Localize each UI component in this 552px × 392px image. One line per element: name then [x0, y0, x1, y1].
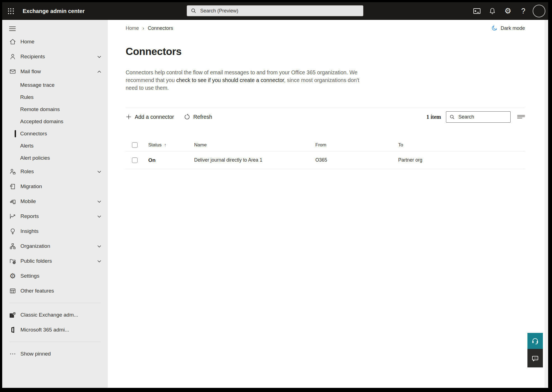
sidebar-item-label: Classic Exchange adm... — [20, 312, 102, 318]
filter-button[interactable] — [517, 114, 525, 120]
dark-mode-toggle[interactable]: Dark mode — [491, 25, 525, 31]
folder-globe-icon — [9, 257, 16, 265]
sidebar-item-microsoft-365[interactable]: Microsoft 365 admi... — [2, 322, 108, 337]
column-header-from[interactable]: From — [315, 142, 398, 148]
migration-icon — [9, 183, 16, 190]
mobile-stats-icon — [9, 198, 16, 205]
sidebar-item-label: Organization — [20, 243, 95, 249]
refresh-icon — [184, 114, 190, 120]
settings-button[interactable]: ⚙ — [500, 2, 516, 20]
sidebar-item-label: Remote domains — [20, 106, 102, 112]
sidebar-item-label: Alert policies — [20, 155, 102, 161]
column-label: Status — [148, 142, 162, 148]
topbar-actions: ⚙ ? — [469, 2, 545, 20]
breadcrumb-home-link[interactable]: Home — [126, 25, 139, 31]
collapse-nav-button[interactable] — [2, 23, 108, 34]
global-search-box[interactable] — [187, 5, 363, 16]
sidebar-item-label: Home — [20, 39, 102, 45]
add-connector-button[interactable]: Add a connector — [126, 114, 174, 120]
sidebar-item-connectors[interactable]: Connectors — [2, 128, 108, 140]
sidebar-item-message-trace[interactable]: Message trace — [2, 79, 108, 91]
org-chart-icon — [9, 243, 16, 250]
sidebar-item-migration[interactable]: Migration — [2, 179, 108, 194]
item-count: 1 item — [426, 114, 441, 120]
sidebar-item-label: Message trace — [20, 82, 102, 88]
home-icon — [9, 38, 16, 45]
global-search-input[interactable] — [200, 8, 359, 14]
sidebar-item-other-features[interactable]: Other features — [2, 283, 108, 298]
office-logo-icon — [9, 326, 16, 333]
column-header-name[interactable]: Name — [194, 142, 315, 148]
table-header-row: Status ↑ Name From To — [126, 139, 525, 151]
sidebar-item-show-pinned[interactable]: Show pinned — [2, 346, 108, 361]
sidebar-item-alert-policies[interactable]: Alert policies — [2, 152, 108, 164]
sidebar-item-label: Rules — [20, 94, 102, 100]
sort-ascending-icon: ↑ — [164, 143, 166, 148]
sidebar-item-alerts[interactable]: Alerts — [2, 140, 108, 152]
sidebar-item-settings[interactable]: ⚙ Settings — [2, 269, 108, 283]
sidebar-item-public-folders[interactable]: Public folders — [2, 254, 108, 269]
scrollbar-track[interactable] — [545, 20, 548, 388]
svg-text:E: E — [11, 314, 13, 317]
sidebar-item-accepted-domains[interactable]: Accepted domains — [2, 115, 108, 128]
sidebar-item-mail-flow[interactable]: Mail flow — [2, 64, 108, 79]
filter-lines-icon — [517, 114, 525, 120]
chevron-down-icon — [97, 259, 102, 264]
line-chart-icon — [9, 213, 16, 220]
lightbulb-icon — [9, 228, 16, 235]
select-all-checkbox[interactable] — [132, 142, 138, 148]
command-bar: Add a connector Refresh 1 item — [126, 108, 525, 126]
description-link[interactable]: check to see if you should create a conn… — [176, 77, 284, 83]
roles-icon — [9, 168, 16, 175]
sidebar-item-label: Roles — [20, 169, 95, 175]
list-search-input[interactable] — [458, 114, 507, 120]
gear-icon: ⚙ — [504, 7, 511, 15]
row-status: On — [148, 157, 194, 163]
list-search-box[interactable] — [446, 111, 511, 123]
notifications-button[interactable] — [485, 2, 500, 20]
help-icon: ? — [521, 7, 525, 15]
sidebar-item-label: Migration — [20, 183, 102, 190]
sidebar-item-recipients[interactable]: Recipients — [2, 49, 108, 64]
sidebar-item-remote-domains[interactable]: Remote domains — [2, 103, 108, 115]
row-name[interactable]: Deliver journal directly to Area 1 — [194, 157, 315, 163]
main-content: Home › Connectors Dark mode Connectors C… — [108, 20, 548, 388]
breadcrumb-separator-icon: › — [142, 25, 144, 31]
sidebar-item-mobile[interactable]: Mobile — [2, 194, 108, 209]
sidebar-divider — [9, 342, 101, 342]
sidebar-item-classic-exchange[interactable]: E Classic Exchange adm... — [2, 307, 108, 322]
sidebar-divider — [9, 303, 101, 303]
sidebar-item-roles[interactable]: Roles — [2, 164, 108, 179]
refresh-button[interactable]: Refresh — [184, 114, 212, 120]
feedback-button[interactable] — [527, 349, 543, 367]
row-checkbox[interactable] — [132, 157, 138, 163]
sidebar-item-reports[interactable]: Reports — [2, 209, 108, 224]
sidebar-item-rules[interactable]: Rules — [2, 91, 108, 103]
sidebar-item-label: Settings — [20, 273, 102, 279]
support-button[interactable] — [527, 333, 543, 349]
sidebar-item-home[interactable]: Home — [2, 34, 108, 49]
account-avatar[interactable] — [533, 5, 545, 17]
breadcrumb: Home › Connectors — [126, 25, 173, 31]
sidebar-item-insights[interactable]: Insights — [2, 224, 108, 239]
bell-icon — [489, 7, 496, 15]
column-header-status[interactable]: Status ↑ — [148, 142, 194, 148]
sidebar-item-label: Microsoft 365 admi... — [20, 327, 102, 333]
help-button[interactable]: ? — [516, 2, 531, 20]
page-description: Connectors help control the flow of emai… — [126, 69, 360, 92]
plus-icon — [126, 114, 132, 120]
ellipsis-icon — [9, 350, 16, 357]
sidebar-item-label: Insights — [20, 228, 102, 234]
sidebar-item-label: Alerts — [20, 143, 102, 149]
column-header-to[interactable]: To — [398, 142, 525, 148]
chevron-down-icon — [97, 169, 102, 174]
app-launcher-button[interactable] — [2, 2, 19, 20]
waffle-icon — [8, 8, 14, 14]
cloud-shell-button[interactable] — [469, 2, 485, 20]
chevron-up-icon — [97, 69, 102, 74]
app-title: Exchange admin center — [23, 8, 85, 14]
search-icon — [191, 8, 196, 14]
moon-icon — [491, 25, 498, 31]
table-row[interactable]: On Deliver journal directly to Area 1 O3… — [126, 151, 525, 169]
sidebar-item-organization[interactable]: Organization — [2, 239, 108, 254]
